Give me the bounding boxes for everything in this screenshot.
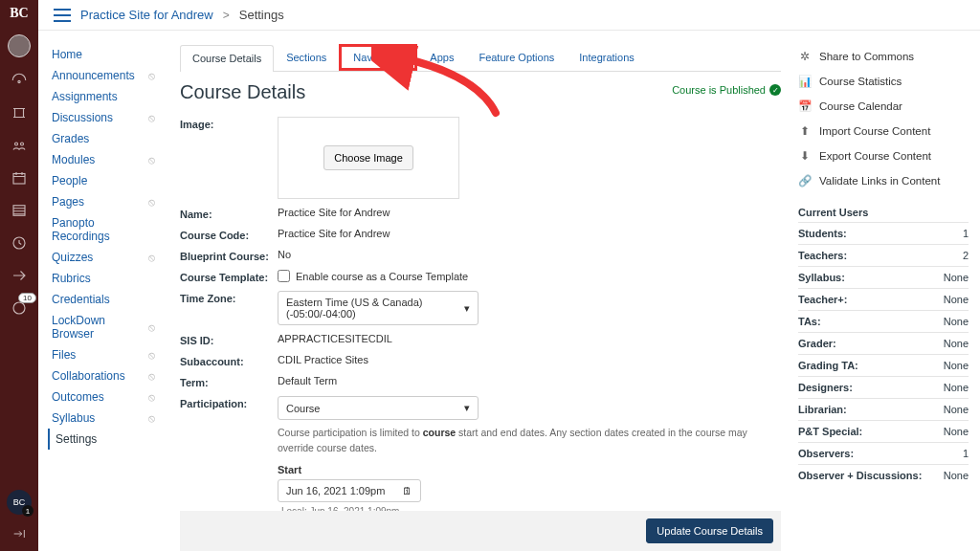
- user-role: Observers:: [798, 448, 854, 459]
- blueprint-value: No: [278, 249, 781, 260]
- users-row: Teachers:2: [798, 244, 969, 266]
- breadcrumb-course[interactable]: Practice Site for Andrew: [80, 8, 213, 22]
- coursenav-item[interactable]: Home: [48, 44, 155, 65]
- image-label: Image:: [180, 117, 278, 130]
- timezone-select[interactable]: Eastern Time (US & Canada) (-05:00/-04:0…: [278, 291, 479, 325]
- subaccount-label: Subaccount:: [180, 354, 278, 367]
- svg-point-1: [15, 143, 18, 145]
- user-role: Observer + Discussions:: [798, 470, 922, 481]
- collapse-icon[interactable]: [10, 524, 29, 543]
- coursenav-item[interactable]: Files⦸: [48, 344, 155, 365]
- svg-point-6: [13, 302, 25, 314]
- coursenav-item-label: Outcomes: [52, 390, 104, 404]
- sis-label: SIS ID:: [180, 333, 278, 346]
- coursenav-item[interactable]: Credentials: [48, 289, 155, 310]
- users-row: Syllabus:None: [798, 266, 969, 288]
- users-row: Librarian:None: [798, 398, 969, 420]
- chevron-down-icon: ▾: [464, 402, 470, 414]
- participation-select[interactable]: Course ▾: [278, 396, 479, 420]
- code-value: Practice Site for Andrew: [278, 228, 781, 239]
- start-date-input[interactable]: Jun 16, 2021 1:09pm 🗓: [278, 479, 421, 502]
- coursenav-item[interactable]: Rubrics: [48, 268, 155, 289]
- settings-tab[interactable]: Feature Options: [466, 44, 567, 71]
- footer-bar: Update Course Details: [180, 511, 781, 551]
- coursenav-item[interactable]: Quizzes⦸: [48, 247, 155, 268]
- history-icon[interactable]: [10, 233, 29, 253]
- settings-tab[interactable]: Integrations: [567, 44, 646, 71]
- settings-tab[interactable]: Sections: [274, 44, 339, 71]
- user-role: Teachers:: [798, 250, 847, 261]
- settings-tab[interactable]: Apps: [417, 44, 466, 71]
- help-icon[interactable]: 10: [10, 298, 29, 318]
- sidebar-action[interactable]: ⬇Export Course Content: [798, 143, 969, 168]
- account-avatar[interactable]: [8, 34, 31, 57]
- inbox-icon[interactable]: [10, 201, 29, 220]
- settings-tab[interactable]: Course Details: [180, 45, 274, 72]
- chevron-down-icon: ▾: [464, 302, 470, 315]
- hamburger-icon[interactable]: [54, 9, 71, 22]
- sidebar-action[interactable]: 📊Course Statistics: [798, 69, 969, 94]
- hidden-icon: ⦸: [148, 349, 155, 362]
- coursenav-item[interactable]: LockDown Browser⦸: [48, 310, 155, 344]
- published-status: Course is Published ✓: [672, 84, 781, 96]
- participation-help: Course participation is limited to cours…: [278, 426, 781, 456]
- users-row: TAs:None: [798, 310, 969, 332]
- coursenav-item[interactable]: Syllabus⦸: [48, 408, 155, 429]
- template-label: Course Template:: [180, 270, 278, 283]
- coursenav-item-label: Quizzes: [52, 251, 93, 264]
- profile-bubble[interactable]: BC 1: [7, 490, 32, 515]
- choose-image-button[interactable]: Choose Image: [323, 145, 413, 170]
- start-label: Start: [278, 464, 781, 475]
- users-row: Designers:None: [798, 376, 969, 398]
- coursenav-item[interactable]: Collaborations⦸: [48, 365, 155, 386]
- coursenav-item[interactable]: Announcements⦸: [48, 65, 155, 86]
- coursenav-item-label: Discussions: [52, 111, 113, 124]
- name-label: Name:: [180, 207, 278, 220]
- coursenav-item[interactable]: Modules⦸: [48, 149, 155, 170]
- users-row: Students:1: [798, 222, 969, 244]
- coursenav-item-label: Announcements: [52, 69, 135, 82]
- sidebar-action[interactable]: 🔗Validate Links in Content: [798, 168, 969, 193]
- action-label: Import Course Content: [819, 125, 930, 137]
- dashboard-icon[interactable]: [10, 71, 29, 90]
- coursenav-item[interactable]: Panopto Recordings: [48, 212, 155, 247]
- coursenav-item-label: LockDown Browser: [52, 314, 148, 341]
- coursenav-item[interactable]: Assignments: [48, 86, 155, 107]
- settings-tab[interactable]: Navigation: [339, 44, 417, 71]
- courses-icon[interactable]: [10, 103, 29, 122]
- hidden-icon: ⦸: [148, 70, 155, 82]
- coursenav-item-label: Modules: [52, 153, 95, 166]
- coursenav-item-label: Assignments: [52, 90, 118, 103]
- sidebar-action[interactable]: ⬆Import Course Content: [798, 119, 969, 143]
- hidden-icon: ⦸: [148, 252, 155, 264]
- coursenav-item[interactable]: Pages⦸: [48, 191, 155, 212]
- user-role: TAs:: [798, 316, 821, 327]
- coursenav-item-label: Rubrics: [52, 272, 91, 285]
- coursenav-item[interactable]: Grades: [48, 128, 155, 149]
- coursenav-item[interactable]: People: [48, 170, 155, 191]
- coursenav-item[interactable]: Outcomes⦸: [48, 386, 155, 408]
- user-count: None: [944, 404, 969, 415]
- users-table: Students:1Teachers:2Syllabus:NoneTeacher…: [798, 222, 969, 486]
- sidebar-action[interactable]: ✲Share to Commons: [798, 44, 969, 69]
- coursenav-item-label: Syllabus: [52, 411, 95, 425]
- users-row: Observer + Discussions:None: [798, 464, 969, 486]
- check-icon: ✓: [769, 84, 781, 96]
- update-course-button[interactable]: Update Course Details: [646, 518, 773, 543]
- commons-icon[interactable]: [10, 266, 29, 285]
- groups-icon[interactable]: [10, 136, 29, 155]
- action-label: Export Course Content: [819, 150, 931, 162]
- institution-logo[interactable]: BC: [10, 6, 28, 21]
- template-checkbox[interactable]: [278, 270, 290, 282]
- user-count: None: [944, 294, 969, 305]
- breadcrumb-bar: Practice Site for Andrew > Settings: [38, 0, 980, 31]
- sidebar-action[interactable]: 📅Course Calendar: [798, 94, 969, 119]
- coursenav-item[interactable]: Discussions⦸: [48, 107, 155, 128]
- course-image-box[interactable]: Choose Image: [278, 117, 459, 199]
- calendar-icon[interactable]: [10, 168, 29, 187]
- coursenav-item[interactable]: Settings: [48, 429, 155, 450]
- user-role: Teacher+:: [798, 294, 847, 305]
- subaccount-link[interactable]: CDIL Practice Sites: [278, 354, 781, 365]
- users-row: Observers:1: [798, 442, 969, 464]
- user-count: None: [944, 470, 969, 481]
